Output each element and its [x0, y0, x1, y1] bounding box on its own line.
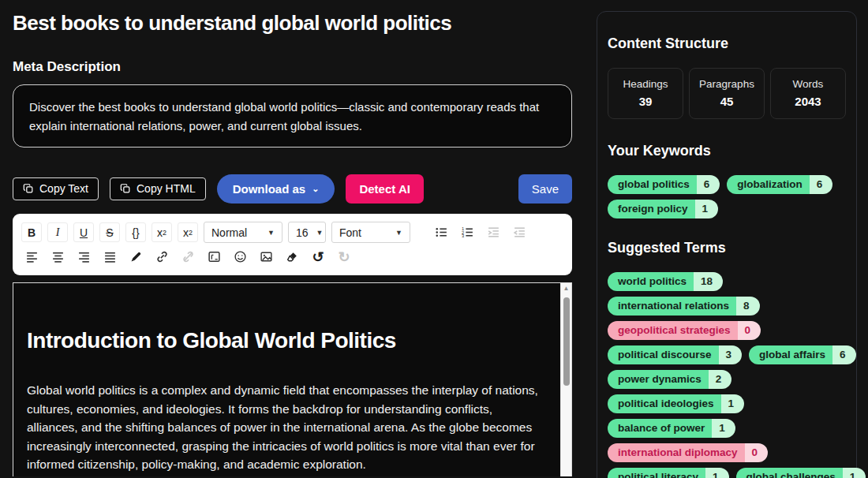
save-label: Save — [532, 182, 559, 196]
scrollbar-thumb[interactable] — [563, 297, 570, 386]
page-title: Best books to understand global world po… — [13, 11, 572, 35]
eraser-icon[interactable] — [282, 247, 302, 267]
term-tag-world-politics[interactable]: world politics 18 — [608, 272, 723, 291]
align-left-icon[interactable] — [21, 247, 42, 267]
rich-text-toolbar: B I U S {} x2 x2 Normal ▼ 16 ▼ Font ▼ — [13, 214, 572, 275]
content-editor[interactable]: Introduction to Global World Politics Gl… — [13, 282, 572, 476]
superscript-icon[interactable]: x2 — [152, 222, 172, 242]
term-tag-balance-of-power[interactable]: balance of power 1 — [608, 419, 735, 438]
meta-description-input[interactable]: Discover the best books to understand gl… — [13, 84, 572, 148]
align-right-icon[interactable] — [73, 247, 94, 267]
save-button[interactable]: Save — [518, 174, 572, 204]
copy-text-label: Copy Text — [39, 182, 88, 195]
chevron-down-icon: ⌄ — [312, 184, 319, 194]
your-keywords-tags: global politics 6 globalization 6 foreig… — [608, 175, 846, 218]
image-icon[interactable] — [256, 247, 276, 267]
justify-icon[interactable] — [99, 247, 120, 267]
analysis-sidebar: Content Structure Headings 39 Paragraphs… — [597, 11, 857, 478]
font-size-select[interactable]: 16 ▼ — [288, 222, 326, 243]
copy-html-button[interactable]: Copy HTML — [110, 177, 206, 200]
keyword-tag-foreign-policy[interactable]: foreign policy 1 — [608, 200, 718, 218]
subscript-icon[interactable]: x2 — [178, 222, 198, 242]
toolbar-row-2: ↺ ↻ — [21, 247, 563, 267]
detect-ai-label: Detect AI — [359, 182, 410, 196]
term-tag-political-discourse[interactable]: political discourse 3 — [608, 345, 742, 364]
redo-icon[interactable]: ↻ — [334, 247, 354, 267]
term-tag-global-challenges[interactable]: global challenges 1 — [736, 468, 866, 478]
emoji-icon[interactable] — [230, 247, 250, 267]
text-color-pen-icon[interactable] — [125, 247, 146, 267]
meta-description-label: Meta Description — [13, 59, 572, 75]
unlink-icon[interactable] — [178, 247, 198, 267]
scroll-up-icon[interactable]: ▲ — [561, 283, 571, 294]
link-icon[interactable] — [152, 247, 172, 267]
embed-icon[interactable] — [204, 247, 224, 267]
bold-icon[interactable]: B — [21, 222, 42, 242]
paragraph-format-value: Normal — [211, 226, 247, 239]
code-icon[interactable]: {} — [125, 222, 146, 242]
paragraph-format-select[interactable]: Normal ▼ — [204, 222, 282, 243]
ordered-list-icon[interactable]: 123 — [457, 222, 477, 242]
content-structure-stats: Headings 39 Paragraphs 45 Words 2043 — [608, 68, 846, 119]
italic-icon[interactable]: I — [47, 222, 68, 242]
underline-icon[interactable]: U — [73, 222, 94, 242]
suggested-terms-title: Suggested Terms — [608, 240, 846, 256]
font-family-value: Font — [339, 226, 361, 239]
editor-scrollbar[interactable]: ▲ — [560, 283, 571, 476]
bullet-list-icon[interactable] — [431, 222, 451, 242]
term-tag-power-dynamics[interactable]: power dynamics 2 — [608, 370, 731, 389]
actions-toolbar: Copy Text Copy HTML Download as ⌄ Detect… — [13, 174, 572, 204]
copy-icon — [120, 183, 131, 194]
dropdown-arrow-icon: ▼ — [395, 229, 402, 237]
align-center-icon[interactable] — [47, 247, 68, 267]
font-size-value: 16 — [296, 226, 309, 239]
term-tag-political-literacy[interactable]: political literacy 1 — [608, 468, 729, 478]
editor-paragraph: Global world politics is a complex and d… — [27, 381, 544, 474]
dropdown-arrow-icon: ▼ — [268, 229, 275, 237]
suggested-terms-tags: world politics 18 international relation… — [608, 272, 846, 478]
content-structure-title: Content Structure — [608, 35, 846, 52]
term-tag-geopolitical-strategies[interactable]: geopolitical strategies 0 — [608, 321, 761, 340]
stat-words: Words 2043 — [770, 68, 846, 119]
term-tag-international-diplomacy[interactable]: international diplomacy 0 — [608, 443, 768, 462]
keyword-tag-global-politics[interactable]: global politics 6 — [608, 175, 720, 194]
font-family-select[interactable]: Font ▼ — [331, 222, 410, 243]
detect-ai-button[interactable]: Detect AI — [346, 174, 423, 204]
term-tag-international-relations[interactable]: international relations 8 — [608, 297, 760, 316]
copy-icon — [23, 183, 34, 194]
editor-heading: Introduction to Global World Politics — [27, 328, 544, 353]
stat-paragraphs: Paragraphs 45 — [689, 68, 765, 119]
copy-html-label: Copy HTML — [137, 182, 196, 195]
term-tag-global-affairs[interactable]: global affairs 6 — [749, 345, 856, 364]
download-as-label: Download as — [233, 182, 306, 196]
editor-column: Best books to understand global world po… — [13, 11, 572, 476]
svg-text:3: 3 — [462, 233, 464, 238]
strikethrough-icon[interactable]: S — [99, 222, 120, 242]
editor-content: Introduction to Global World Politics Gl… — [13, 283, 571, 474]
toolbar-row-1: B I U S {} x2 x2 Normal ▼ 16 ▼ Font ▼ — [21, 222, 563, 243]
indent-icon[interactable] — [483, 222, 503, 242]
term-tag-political-ideologies[interactable]: political ideologies 1 — [608, 394, 744, 413]
download-as-button[interactable]: Download as ⌄ — [217, 174, 335, 204]
outdent-icon[interactable] — [509, 222, 529, 242]
your-keywords-title: Your Keywords — [608, 143, 846, 159]
keyword-tag-globalization[interactable]: globalization 6 — [727, 175, 832, 194]
copy-text-button[interactable]: Copy Text — [13, 177, 99, 200]
dropdown-arrow-icon: ▼ — [316, 229, 324, 237]
undo-icon[interactable]: ↺ — [308, 247, 328, 267]
stat-headings: Headings 39 — [608, 68, 683, 119]
